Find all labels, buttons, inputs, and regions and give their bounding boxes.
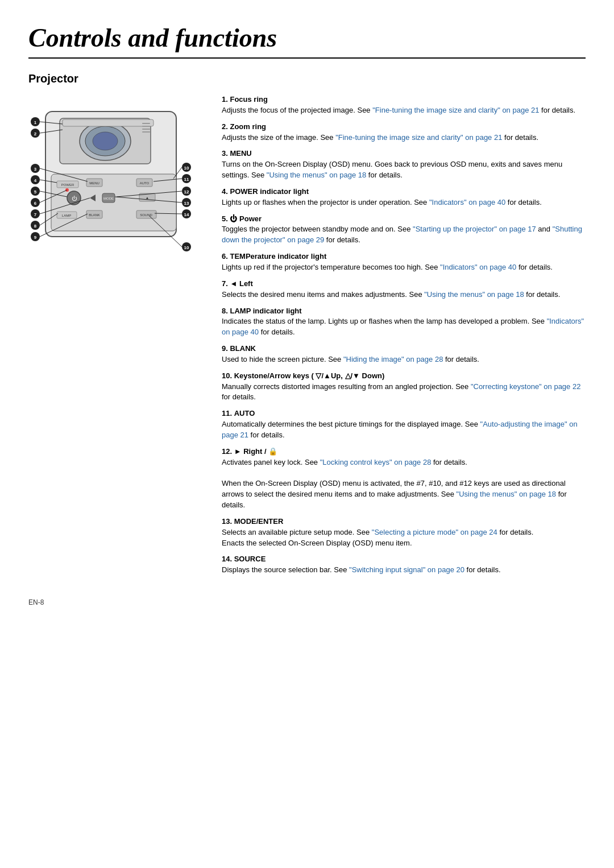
power-indicator-link[interactable]: "Indicators" on page 40 [429, 198, 505, 206]
svg-text:6: 6 [34, 201, 37, 206]
svg-text:BLANK: BLANK [89, 213, 100, 217]
section-title: Projector [28, 72, 586, 85]
list-item: 1. Focus ring Adjusts the focus of the p… [222, 94, 586, 116]
temp-link[interactable]: "Indicators" on page 40 [440, 263, 516, 271]
mode-enter-link[interactable]: "Selecting a picture mode" on page 24 [372, 528, 497, 536]
svg-text:9: 9 [34, 235, 37, 240]
keystone-link[interactable]: "Correcting keystone" on page 22 [471, 382, 581, 391]
item-list: 1. Focus ring Adjusts the focus of the p… [222, 94, 586, 576]
zoom-ring-link[interactable]: "Fine-tuning the image size and clarity"… [335, 133, 502, 142]
svg-text:2: 2 [34, 131, 37, 137]
list-item: 4. POWER indicator light Lights up or fl… [222, 187, 586, 208]
lamp-link[interactable]: "Indicators" on page 40 [222, 317, 584, 336]
svg-text:11: 11 [184, 177, 189, 182]
list-item: 7. ◄ Left Selects the desired menu items… [222, 279, 586, 300]
list-item: 8. LAMP indicator light Indicates the st… [222, 306, 586, 338]
svg-text:7: 7 [34, 212, 37, 217]
svg-text:⏻: ⏻ [72, 196, 77, 201]
svg-rect-7 [142, 126, 150, 127]
list-item: 13. MODE/ENTER Selects an available pict… [222, 516, 586, 549]
content-area: POWER MENU AUTO ⏻ MODE ▲ LAMP BLANK [28, 94, 586, 581]
svg-text:LAMP: LAMP [62, 214, 71, 217]
right-lock-link[interactable]: "Locking control keys" on page 28 [320, 458, 432, 466]
list-item: 2. Zoom ring Adjusts the size of the ima… [222, 122, 586, 143]
svg-rect-5 [63, 119, 154, 126]
svg-text:10: 10 [184, 245, 189, 250]
svg-text:12: 12 [184, 189, 189, 195]
svg-text:AUTO: AUTO [140, 181, 150, 185]
source-link[interactable]: "Switching input signal" on page 20 [349, 565, 464, 574]
list-item: 6. TEMPerature indicator light Lights up… [222, 251, 586, 273]
left-link[interactable]: "Using the menus" on page 18 [424, 290, 524, 299]
page-title: Controls and functions [28, 23, 586, 59]
svg-text:MODE: MODE [103, 197, 114, 200]
power-start-link[interactable]: "Starting up the projector" on page 17 [413, 225, 536, 233]
list-item: 12. ► Right / 🔒 Activates panel key lock… [222, 447, 586, 511]
svg-text:13: 13 [184, 201, 189, 206]
svg-text:10: 10 [184, 166, 189, 171]
list-item: 11. AUTO Automatically determines the be… [222, 408, 586, 441]
focus-ring-link[interactable]: "Fine-tuning the image size and clarity"… [372, 106, 539, 114]
menu-link[interactable]: "Using the menus" on page 18 [267, 171, 366, 179]
svg-rect-6 [142, 123, 150, 124]
svg-text:14: 14 [184, 212, 189, 217]
svg-text:MENU: MENU [89, 181, 99, 185]
svg-text:SOUND: SOUND [140, 213, 152, 217]
footer: EN-8 [28, 598, 586, 606]
auto-link[interactable]: "Auto-adjusting the image" on page 21 [222, 420, 578, 439]
list-item: 14. SOURCE Displays the source selection… [222, 554, 586, 576]
svg-rect-9 [142, 131, 150, 133]
svg-text:POWER: POWER [61, 183, 74, 187]
list-item: 5. ⏻ Power Toggles the projector between… [222, 214, 586, 246]
svg-text:5: 5 [34, 189, 37, 195]
projector-diagram: POWER MENU AUTO ⏻ MODE ▲ LAMP BLANK [28, 94, 199, 271]
list-item: 10. Keystone/Arrow keys ( ▽/▲Up, △/▼ Dow… [222, 371, 586, 403]
right-menu-link[interactable]: "Using the menus" on page 18 [457, 490, 556, 498]
list-item: 9. BLANK Used to hide the screen picture… [222, 344, 586, 365]
svg-text:8: 8 [34, 224, 37, 229]
svg-point-4 [93, 132, 118, 150]
right-panel: 1. Focus ring Adjusts the focus of the p… [222, 94, 586, 581]
blank-link[interactable]: "Hiding the image" on page 28 [343, 355, 443, 363]
svg-rect-8 [142, 129, 150, 130]
svg-text:▲: ▲ [146, 196, 149, 200]
svg-text:1: 1 [34, 120, 37, 125]
left-panel: POWER MENU AUTO ⏻ MODE ▲ LAMP BLANK [28, 94, 205, 272]
svg-text:3: 3 [34, 167, 37, 172]
list-item: 3. MENU Turns on the On-Screen Display (… [222, 148, 586, 181]
svg-text:4: 4 [34, 178, 37, 183]
